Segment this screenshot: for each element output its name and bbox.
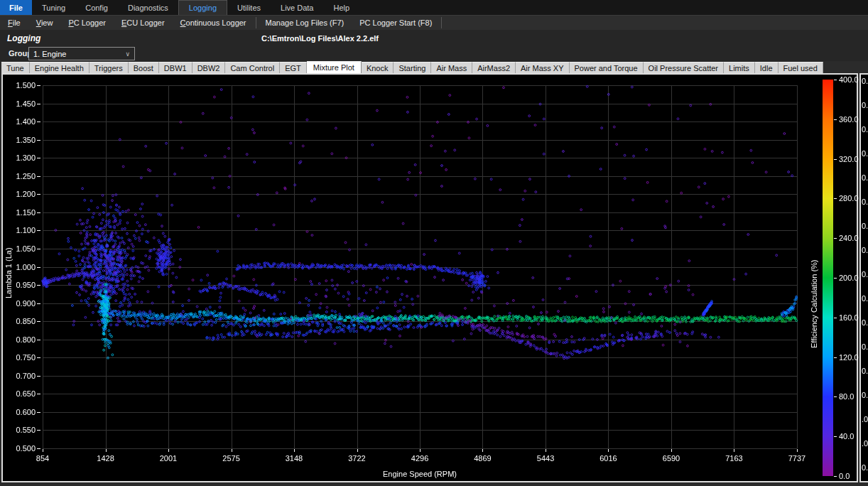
- y-tick-label: 0.900: [4, 299, 36, 308]
- tab-airmass2[interactable]: AirMass2: [472, 62, 516, 73]
- tab-egt[interactable]: EGT: [280, 62, 307, 73]
- menu-item-tuning[interactable]: Tuning: [32, 0, 75, 15]
- toolbar-action-manage-log-files-f7-[interactable]: Manage Log Files (F7): [258, 16, 352, 30]
- y-tick-label: 1.250: [4, 172, 36, 180]
- group-select[interactable]: 1. Engine ∨: [28, 47, 135, 60]
- menu-item-diagnostics[interactable]: Diagnostics: [118, 0, 178, 15]
- tab-air-mass-xy[interactable]: Air Mass XY: [516, 62, 570, 73]
- tab-engine-health[interactable]: Engine Health: [30, 62, 89, 73]
- colorbar-tick-label: 80.0: [839, 392, 854, 401]
- y-tick-label: 0.700: [4, 372, 36, 380]
- emtron-app-window: FileTuningConfigDiagnosticsLoggingUtilit…: [0, 0, 868, 486]
- colorbar-tick-label: 160.0: [839, 313, 859, 322]
- section-title: Logging: [7, 33, 40, 43]
- y-tick-label: 1.300: [4, 153, 36, 162]
- clipped-tick-label: 0.: [862, 246, 868, 254]
- chevron-down-icon: ∨: [125, 50, 130, 58]
- x-tick-label: 7737: [783, 454, 811, 463]
- tab-limits[interactable]: Limits: [724, 62, 755, 73]
- x-tick-label: 2575: [217, 454, 246, 463]
- group-select-value: 1. Engine: [33, 50, 125, 58]
- menu-item-file[interactable]: File: [0, 0, 32, 15]
- tab-knock[interactable]: Knock: [362, 62, 394, 73]
- scatter-canvas[interactable]: [3, 75, 857, 481]
- log-file-path: C:\Emtron\Log Files\Alex 2.2.elf: [261, 34, 379, 43]
- clipped-tick-label: .0: [862, 439, 868, 448]
- logging-header: Logging C:\Emtron\Log Files\Alex 2.2.elf…: [0, 30, 868, 61]
- colorbar-tick-label: 200.0: [839, 274, 859, 282]
- colorbar-tick-label: 240.0: [839, 234, 859, 242]
- tab-oil-pressure-scatter[interactable]: Oil Pressure Scatter: [644, 62, 724, 73]
- x-tick-label: 4296: [406, 454, 434, 463]
- toolbar-action-pc-logger-start-f8-[interactable]: PC Logger Start (F8): [352, 16, 440, 30]
- y-axis-title: Lambda 1 (La): [4, 220, 13, 298]
- tab-cam-control[interactable]: Cam Control: [225, 62, 280, 73]
- y-tick-label: 1.500: [4, 81, 36, 90]
- x-tick-label: 5443: [531, 454, 560, 463]
- colorbar-title: Efficiency Calculation (%): [810, 227, 818, 348]
- colorbar-tick-label: 400.0: [839, 75, 859, 84]
- y-tick-label: 1.450: [4, 99, 36, 108]
- toolbar-item-continuous-logger[interactable]: Continuous Logger: [173, 16, 254, 30]
- y-tick-label: 0.800: [4, 335, 36, 344]
- toolbar-item-ecu-logger[interactable]: ECU Logger: [114, 16, 173, 30]
- tab-dbw1[interactable]: DBW1: [159, 62, 192, 73]
- y-tick-label: 0.750: [4, 353, 36, 362]
- y-tick-label: 0.650: [4, 389, 36, 398]
- tab-starting[interactable]: Starting: [394, 62, 431, 73]
- y-tick-label: 1.350: [4, 136, 36, 144]
- toolbar-item-pc-logger[interactable]: PC Logger: [60, 16, 114, 30]
- menu-item-utilites[interactable]: Utilites: [227, 0, 271, 15]
- x-tick-label: 4869: [468, 454, 497, 463]
- menu-item-help[interactable]: Help: [324, 0, 360, 15]
- x-tick-label: 3148: [280, 454, 308, 463]
- clipped-tick-label: 0.: [862, 198, 868, 206]
- clipped-adjacent-panel: 0.0.0.0.0.0.0.0.0.0.0.0.0.0..0.00.: [859, 73, 868, 482]
- clipped-tick-label: 0.: [862, 173, 868, 182]
- x-tick-label: 6590: [657, 454, 685, 463]
- y-tick-label: 0.600: [4, 408, 36, 416]
- toolbar-item-view[interactable]: View: [28, 16, 61, 30]
- y-tick-label: 0.500: [4, 444, 36, 453]
- toolbar-separator: [441, 17, 442, 28]
- menu-item-config[interactable]: Config: [75, 0, 118, 15]
- tab-power-and-torque[interactable]: Power and Torque: [570, 62, 644, 73]
- colorbar-tick-label: 40.0: [839, 432, 854, 441]
- clipped-tick-label: 0.: [862, 77, 868, 85]
- tab-dbw2[interactable]: DBW2: [192, 62, 226, 73]
- clipped-tick-label: 0.: [862, 342, 868, 351]
- toolbar-item-file[interactable]: File: [0, 16, 28, 30]
- y-tick-label: 1.400: [4, 117, 36, 126]
- x-tick-label: 1428: [92, 454, 120, 463]
- clipped-tick-label: 0.: [862, 294, 868, 303]
- mixture-plot-panel: 1.5001.4501.4001.3501.3001.2501.2001.150…: [1, 73, 858, 482]
- menu-bar: FileTuningConfigDiagnosticsLoggingUtilit…: [0, 0, 868, 15]
- clipped-tick-label: .0: [862, 415, 868, 423]
- colorbar-tick-label: 0.0: [839, 472, 850, 480]
- menu-item-logging[interactable]: Logging: [178, 0, 227, 15]
- clipped-tick-label: 0.: [862, 367, 868, 375]
- y-tick-label: 1.150: [4, 208, 36, 217]
- tab-idle[interactable]: Idle: [755, 62, 779, 73]
- menu-item-live-data[interactable]: Live Data: [271, 0, 323, 15]
- y-tick-label: 1.200: [4, 190, 36, 198]
- colorbar-tick-label: 320.0: [839, 155, 859, 163]
- colorbar-tick-label: 120.0: [839, 353, 859, 362]
- tab-mixture-plot[interactable]: Mixture Plot: [307, 61, 362, 73]
- x-tick-label: 6016: [594, 454, 622, 463]
- x-tick-label: 3722: [343, 454, 371, 463]
- logging-toolbar: FileViewPC LoggerECU LoggerContinuous Lo…: [0, 15, 868, 30]
- tab-fuel-used[interactable]: Fuel used: [779, 62, 823, 73]
- tab-air-mass[interactable]: Air Mass: [431, 62, 472, 73]
- window-bottom-strip: [0, 482, 868, 486]
- x-axis-title: Engine Speed (RPM): [377, 470, 462, 478]
- tab-triggers[interactable]: Triggers: [89, 62, 129, 73]
- toolbar-separator: [256, 17, 256, 28]
- y-tick-label: 0.850: [4, 317, 36, 325]
- tab-boost[interactable]: Boost: [129, 62, 159, 73]
- colorbar-tick-label: 360.0: [839, 115, 859, 124]
- tab-tune[interactable]: Tune: [1, 62, 30, 73]
- x-tick-label: 2001: [154, 454, 183, 463]
- clipped-tick-label: 0.: [862, 318, 868, 327]
- y-tick-label: 0.550: [4, 426, 36, 434]
